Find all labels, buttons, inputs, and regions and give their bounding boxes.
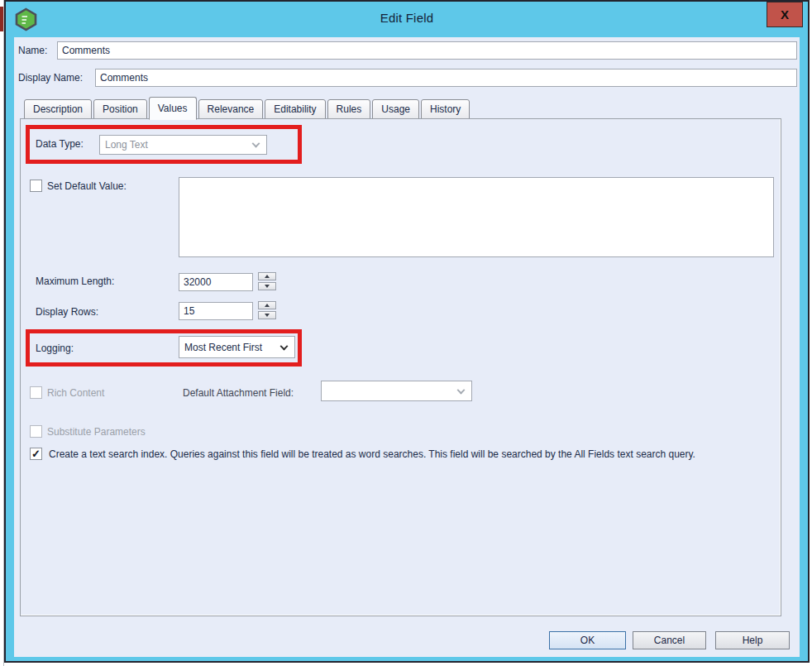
title-bar: Edit Field X [6, 2, 808, 37]
dialog-body: Name: Display Name: Description Position… [14, 37, 800, 657]
display-rows-label: Display Rows: [36, 306, 98, 318]
spin-down-button[interactable] [258, 311, 276, 319]
dialog-title: Edit Field [6, 11, 808, 25]
name-input[interactable] [57, 41, 797, 60]
name-label: Name: [18, 45, 47, 56]
screen: Edit Field X Name: Display Name: Descrip… [0, 0, 812, 666]
spin-up-icon [265, 304, 270, 307]
set-default-value-label: Set Default Value: [47, 180, 127, 192]
rich-content-label: Rich Content [47, 387, 104, 399]
spin-up-icon [265, 275, 270, 278]
spin-down-button[interactable] [258, 282, 276, 290]
maximum-length-label: Maximum Length: [36, 276, 114, 287]
maximum-length-spinner [258, 272, 276, 292]
values-tab-panel: Data Type: Long Text Set Default Value: … [20, 118, 781, 616]
help-button[interactable]: Help [715, 631, 790, 649]
text-search-index-checkbox[interactable] [30, 448, 42, 460]
tab-description[interactable]: Description [24, 99, 92, 119]
spin-up-button[interactable] [258, 301, 276, 309]
close-button[interactable]: X [767, 2, 803, 27]
display-rows-input[interactable] [179, 302, 253, 320]
spin-down-icon [265, 314, 270, 317]
tab-position[interactable]: Position [93, 99, 147, 119]
spin-up-button[interactable] [258, 272, 276, 280]
tab-relevance[interactable]: Relevance [198, 99, 264, 119]
maximum-length-input[interactable] [179, 273, 253, 291]
cancel-button[interactable]: Cancel [633, 631, 706, 649]
ok-button[interactable]: OK [549, 631, 626, 649]
tab-rules[interactable]: Rules [327, 99, 371, 119]
set-default-value-checkbox[interactable] [30, 180, 42, 192]
logging-highlight-annotation [26, 329, 302, 367]
rich-content-checkbox [30, 386, 42, 399]
chevron-down-icon [457, 386, 466, 394]
edit-field-dialog: Edit Field X Name: Display Name: Descrip… [4, 0, 810, 663]
display-name-input[interactable] [95, 69, 797, 87]
tab-editability[interactable]: Editability [265, 99, 325, 119]
display-name-label: Display Name: [18, 72, 83, 84]
default-attachment-field-dropdown [321, 381, 472, 401]
default-attachment-field-label: Default Attachment Field: [183, 387, 294, 399]
substitute-parameters-label: Substitute Parameters [47, 426, 146, 438]
tab-values[interactable]: Values [149, 97, 197, 120]
data-type-highlight-annotation [26, 125, 302, 164]
tab-usage[interactable]: Usage [372, 99, 419, 119]
tab-history[interactable]: History [421, 99, 470, 119]
text-search-index-label: Create a text search index. Queries agai… [49, 447, 762, 462]
substitute-parameters-checkbox [30, 425, 42, 438]
spin-down-icon [265, 285, 270, 288]
tab-strip: Description Position Values Relevance Ed… [24, 98, 471, 119]
default-value-textarea[interactable] [179, 177, 774, 257]
display-rows-spinner [258, 301, 276, 321]
